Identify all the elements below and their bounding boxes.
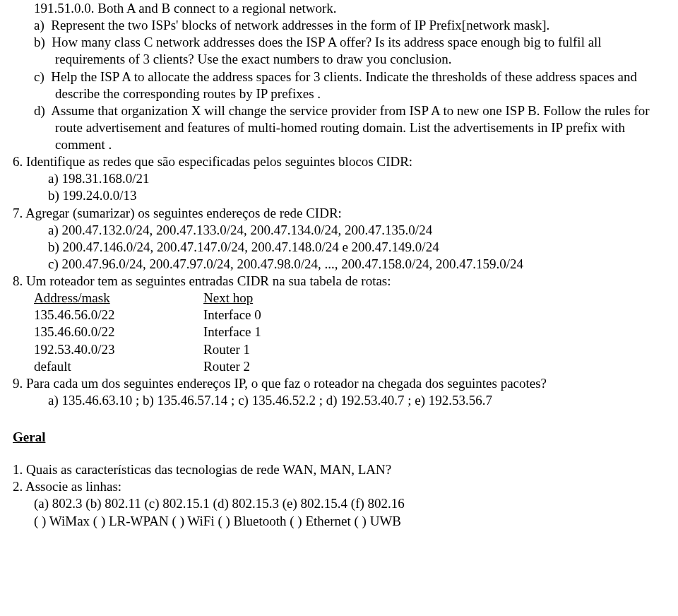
question-b-text: How many class C network addresses does …	[52, 35, 601, 66]
geral-q2-line2: ( ) WiMax ( ) LR-WPAN ( ) WiFi ( ) Bluet…	[34, 513, 665, 530]
question-6: 6. Identifique as redes que são especifi…	[13, 153, 665, 170]
cell-address: 135.46.60.0/22	[34, 324, 203, 340]
question-d-text: Assume that organization X will change t…	[51, 103, 649, 152]
question-6-a: a) 198.31.168.0/21	[48, 170, 665, 187]
question-c: c) Help the ISP A to allocate the addres…	[55, 69, 665, 102]
question-b: b) How many class C network addresses do…	[55, 34, 665, 68]
routing-table-row: 135.46.60.0/22Interface 1	[34, 324, 665, 340]
question-d-label: d)	[34, 103, 45, 118]
question-a-label: a)	[34, 18, 44, 32]
heading-geral: Geral	[13, 429, 665, 446]
routing-table-row: defaultRouter 2	[34, 358, 665, 375]
question-c-text: Help the ISP A to allocate the address s…	[51, 69, 637, 101]
routing-table-row: 135.46.56.0/22Interface 0	[34, 307, 665, 324]
question-c-label: c)	[34, 69, 44, 84]
geral-q1: 1. Quais as características das tecnolog…	[13, 461, 665, 478]
question-7-a: a) 200.47.132.0/24, 200.47.133.0/24, 200…	[48, 222, 665, 239]
question-9-a: a) 135.46.63.10 ; b) 135.46.57.14 ; c) 1…	[48, 392, 665, 409]
question-7-c: c) 200.47.96.0/24, 200.47.97.0/24, 200.4…	[48, 256, 665, 273]
cell-next-hop: Router 2	[203, 359, 250, 374]
geral-q2: 2. Associe as linhas:	[13, 478, 665, 495]
question-9: 9. Para cada um dos seguintes endereços …	[13, 375, 665, 392]
geral-q2-line1: (a) 802.3 (b) 802.11 (c) 802.15.1 (d) 80…	[34, 495, 665, 512]
col-next-hop: Next hop	[203, 290, 253, 307]
question-6-b: b) 199.24.0.0/13	[48, 187, 665, 204]
cell-next-hop: Interface 1	[203, 324, 261, 339]
question-b-label: b)	[34, 35, 45, 49]
cell-next-hop: Interface 0	[203, 307, 261, 322]
question-a-text: Represent the two ISPs' blocks of networ…	[51, 18, 549, 32]
routing-table-row: 192.53.40.0/23Router 1	[34, 341, 665, 358]
cell-address: 192.53.40.0/23	[34, 341, 203, 358]
question-a: a) Represent the two ISPs' blocks of net…	[55, 17, 665, 34]
cell-address: default	[34, 358, 203, 375]
routing-table-header: Address/maskNext hop	[34, 290, 665, 307]
col-address-mask: Address/mask	[34, 290, 203, 307]
question-d: d) Assume that organization X will chang…	[55, 102, 665, 153]
question-7: 7. Agregar (sumarizar) os seguintes ende…	[13, 205, 665, 222]
question-8: 8. Um roteador tem as seguintes entradas…	[13, 273, 665, 290]
cell-address: 135.46.56.0/22	[34, 307, 203, 324]
question-7-b: b) 200.47.146.0/24, 200.47.147.0/24, 200…	[48, 239, 665, 256]
cell-next-hop: Router 1	[203, 342, 250, 357]
intro-line: 191.51.0.0. Both A and B connect to a re…	[34, 0, 665, 17]
